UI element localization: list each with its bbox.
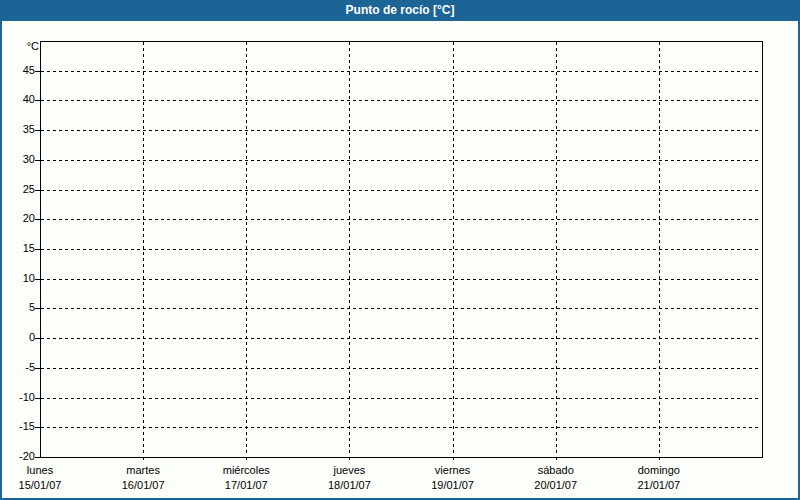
y-axis-tick-label: 10 <box>1 272 35 285</box>
y-axis-tick-label: 5 <box>1 301 35 314</box>
y-axis-tick-label: -10 <box>1 391 35 404</box>
y-axis-tick-label: 15 <box>1 242 35 255</box>
x-axis-date-label: 18/01/07 <box>289 478 409 492</box>
y-axis-tick-label: 45 <box>1 64 35 77</box>
x-axis-day-label: sábado <box>496 463 616 477</box>
x-axis-date-label: 20/01/07 <box>496 478 616 492</box>
y-axis-tick-label: -15 <box>1 420 35 433</box>
x-axis-date-label: 16/01/07 <box>83 478 203 492</box>
chart-title: Punto de rocío [°C] <box>346 3 455 17</box>
x-axis-date-label: 19/01/07 <box>393 478 513 492</box>
x-axis-day-label: domingo <box>599 463 719 477</box>
x-axis-day-label: martes <box>83 463 203 477</box>
x-axis-day-label: viernes <box>393 463 513 477</box>
chart-window: { "window": { "title": "Punto de rocío [… <box>0 0 800 500</box>
y-axis-unit-label: °C <box>3 40 39 53</box>
y-axis-tick-label: -5 <box>1 361 35 374</box>
y-axis-tick-label: 35 <box>1 123 35 136</box>
x-axis-day-label: jueves <box>289 463 409 477</box>
chart-title-bar: Punto de rocío [°C] <box>0 0 800 21</box>
x-axis-date-label: 17/01/07 <box>186 478 306 492</box>
y-axis-tick-label: 0 <box>1 331 35 344</box>
y-axis-tick-label: -20 <box>1 450 35 463</box>
y-axis-tick-label: 25 <box>1 183 35 196</box>
y-axis-tick-label: 30 <box>1 153 35 166</box>
x-axis-date-label: 21/01/07 <box>599 478 719 492</box>
y-axis-tick-label: 40 <box>1 93 35 106</box>
x-axis-day-label: miércoles <box>186 463 306 477</box>
y-axis-tick-label: 20 <box>1 212 35 225</box>
chart-grid <box>0 0 800 500</box>
